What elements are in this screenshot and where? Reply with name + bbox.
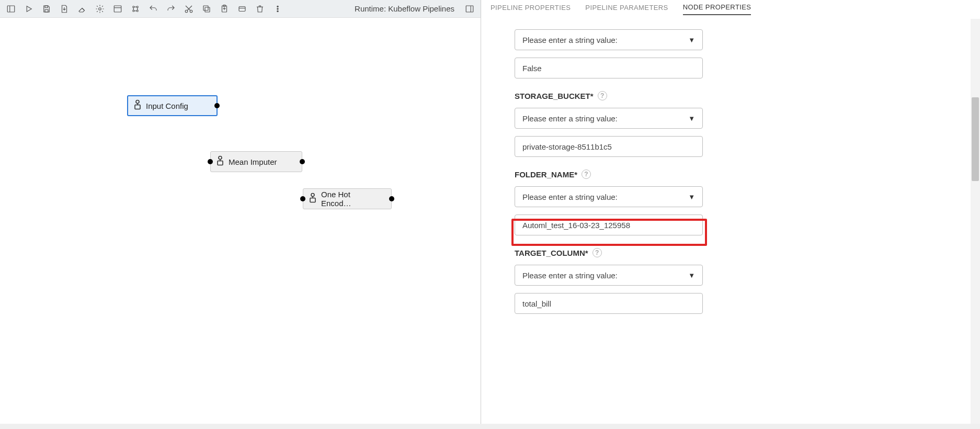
prop-target-column: TARGET_COLUMN* ? Please enter a string v… bbox=[515, 248, 942, 314]
prop-is-training: IS_TRAINING ? Please enter a string valu… bbox=[515, 19, 942, 78]
prop-label-text: TARGET_COLUMN* bbox=[515, 249, 588, 257]
svg-point-37 bbox=[311, 194, 314, 197]
target-column-value[interactable]: total_bill bbox=[515, 293, 703, 314]
svg-point-10 bbox=[133, 10, 134, 12]
help-icon[interactable]: ? bbox=[592, 248, 602, 257]
storage-bucket-select[interactable]: Please enter a string value: ▼ bbox=[515, 108, 703, 129]
input-port[interactable] bbox=[300, 196, 305, 201]
svg-marker-2 bbox=[27, 6, 31, 12]
select-placeholder: Please enter a string value: bbox=[522, 114, 618, 123]
node-type-icon bbox=[133, 100, 142, 112]
output-port[interactable] bbox=[214, 103, 220, 108]
svg-rect-21 bbox=[203, 6, 208, 10]
svg-point-27 bbox=[277, 8, 278, 9]
help-icon[interactable]: ? bbox=[598, 91, 607, 100]
svg-point-9 bbox=[136, 6, 138, 7]
properties-panel: PIPELINE PROPERTIES PIPELINE PARAMETERS … bbox=[481, 0, 980, 429]
svg-rect-0 bbox=[7, 6, 15, 12]
svg-rect-32 bbox=[135, 105, 140, 109]
add-comment-icon[interactable] bbox=[128, 2, 143, 16]
node-label: Input Config bbox=[146, 101, 188, 110]
select-placeholder: Please enter a string value: bbox=[522, 193, 618, 201]
node-one-hot-encoder[interactable]: One Hot Encod… bbox=[303, 188, 392, 209]
svg-point-8 bbox=[133, 6, 134, 7]
open-panel-icon[interactable] bbox=[110, 2, 126, 16]
svg-rect-3 bbox=[45, 6, 48, 8]
storage-bucket-value[interactable]: private-storage-8511b1c5 bbox=[515, 136, 703, 157]
is-training-value[interactable]: False bbox=[515, 58, 703, 78]
output-port[interactable] bbox=[389, 196, 394, 201]
svg-point-5 bbox=[99, 7, 101, 10]
node-type-icon bbox=[216, 156, 224, 168]
node-type-icon bbox=[309, 193, 317, 205]
input-port[interactable] bbox=[208, 159, 213, 164]
svg-point-28 bbox=[277, 10, 278, 12]
chevron-down-icon: ▼ bbox=[688, 115, 695, 122]
settings-icon[interactable] bbox=[92, 2, 108, 16]
text-value: total_bill bbox=[522, 299, 551, 308]
tab-node-properties[interactable]: NODE PROPERTIES bbox=[683, 3, 751, 15]
select-placeholder: Please enter a string value: bbox=[522, 36, 618, 44]
new-node-icon[interactable] bbox=[234, 2, 250, 16]
svg-rect-24 bbox=[239, 6, 245, 11]
prop-label-text: FOLDER_NAME* bbox=[515, 170, 577, 179]
folder-name-select[interactable]: Please enter a string value: ▼ bbox=[515, 186, 703, 207]
undo-icon[interactable] bbox=[145, 2, 161, 16]
prop-folder-name: FOLDER_NAME* ? Please enter a string val… bbox=[515, 170, 942, 235]
svg-rect-29 bbox=[466, 6, 473, 12]
text-value: private-storage-8511b1c5 bbox=[522, 142, 612, 151]
svg-point-31 bbox=[136, 100, 139, 104]
save-icon[interactable] bbox=[39, 2, 54, 16]
property-tabs: PIPELINE PROPERTIES PIPELINE PARAMETERS … bbox=[481, 0, 980, 19]
editor-pane: Runtime: Kubeflow Pipelines Input Config bbox=[0, 0, 481, 429]
svg-rect-4 bbox=[45, 9, 48, 12]
output-port[interactable] bbox=[300, 159, 305, 164]
tab-pipeline-parameters[interactable]: PIPELINE PARAMETERS bbox=[585, 4, 668, 15]
help-icon[interactable]: ? bbox=[582, 170, 591, 179]
run-icon[interactable] bbox=[21, 2, 37, 16]
edges-layer bbox=[0, 18, 157, 96]
scrollbar[interactable] bbox=[971, 19, 980, 429]
target-column-select[interactable]: Please enter a string value: ▼ bbox=[515, 265, 703, 286]
chevron-down-icon: ▼ bbox=[688, 272, 695, 279]
chevron-down-icon: ▼ bbox=[688, 193, 695, 201]
clear-icon[interactable] bbox=[74, 2, 90, 16]
app-root: Runtime: Kubeflow Pipelines Input Config bbox=[0, 0, 980, 429]
copy-icon[interactable] bbox=[199, 2, 214, 16]
more-icon[interactable] bbox=[270, 2, 286, 16]
properties-scroll[interactable]: IS_TRAINING ? Please enter a string valu… bbox=[481, 19, 971, 429]
prop-storage-bucket: STORAGE_BUCKET* ? Please enter a string … bbox=[515, 91, 942, 157]
svg-point-26 bbox=[277, 6, 278, 7]
status-strip bbox=[0, 424, 980, 429]
export-icon[interactable] bbox=[56, 2, 72, 16]
editor-toolbar: Runtime: Kubeflow Pipelines bbox=[0, 0, 481, 18]
prop-label-text: STORAGE_BUCKET* bbox=[515, 92, 594, 100]
is-training-select[interactable]: Please enter a string value: ▼ bbox=[515, 29, 703, 50]
chevron-down-icon: ▼ bbox=[688, 36, 695, 44]
folder-name-value[interactable]: Automl_test_16-03-23_125958 bbox=[515, 214, 703, 235]
runtime-label: Runtime: Kubeflow Pipelines bbox=[355, 4, 454, 13]
tab-pipeline-properties[interactable]: PIPELINE PROPERTIES bbox=[491, 4, 571, 15]
panel-toggle-left-icon[interactable] bbox=[3, 2, 19, 16]
text-value: Automl_test_16-03-23_125958 bbox=[522, 221, 630, 230]
node-label: One Hot Encod… bbox=[321, 190, 380, 208]
scroll-thumb[interactable] bbox=[972, 97, 979, 181]
node-label: Mean Imputer bbox=[229, 157, 277, 166]
redo-icon[interactable] bbox=[163, 2, 179, 16]
svg-rect-20 bbox=[205, 7, 210, 12]
svg-point-11 bbox=[136, 10, 138, 12]
text-value: False bbox=[522, 64, 542, 73]
node-input-config[interactable]: Input Config bbox=[127, 95, 218, 116]
paste-icon[interactable] bbox=[216, 2, 232, 16]
svg-point-34 bbox=[219, 156, 222, 160]
pipeline-canvas[interactable]: Input Config Mean Imputer One Hot Encod… bbox=[0, 18, 481, 429]
svg-rect-6 bbox=[114, 6, 121, 12]
node-mean-imputer[interactable]: Mean Imputer bbox=[210, 151, 302, 172]
panel-toggle-right-icon[interactable] bbox=[462, 2, 477, 16]
delete-icon[interactable] bbox=[252, 2, 268, 16]
svg-rect-35 bbox=[218, 161, 223, 165]
select-placeholder: Please enter a string value: bbox=[522, 271, 618, 280]
cut-icon[interactable] bbox=[181, 2, 197, 16]
svg-rect-38 bbox=[310, 198, 315, 202]
